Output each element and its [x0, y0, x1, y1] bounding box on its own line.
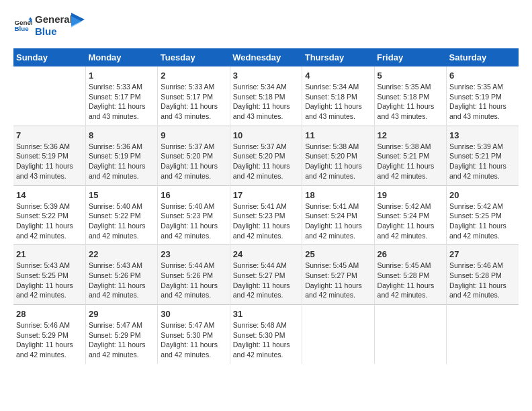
day-info: Sunrise: 5:42 AMSunset: 5:25 PMDaylight:…	[449, 201, 516, 241]
page-header: General Blue General Blue	[13, 13, 519, 38]
header-sunday: Sunday	[13, 48, 85, 66]
header-saturday: Saturday	[447, 48, 519, 66]
day-number: 6	[449, 71, 516, 81]
calendar-cell: 19Sunrise: 5:42 AMSunset: 5:24 PMDayligh…	[374, 185, 446, 245]
day-info: Sunrise: 5:43 AMSunset: 5:26 PMDaylight:…	[89, 261, 154, 300]
day-info: Sunrise: 5:42 AMSunset: 5:24 PMDaylight:…	[378, 201, 443, 241]
calendar-cell: 17Sunrise: 5:41 AMSunset: 5:23 PMDayligh…	[230, 185, 302, 245]
calendar-cell	[447, 305, 519, 364]
day-info: Sunrise: 5:37 AMSunset: 5:20 PMDaylight:…	[233, 142, 299, 181]
day-info: Sunrise: 5:35 AMSunset: 5:18 PMDaylight:…	[378, 82, 443, 122]
logo-general: General	[35, 13, 73, 26]
svg-text:Blue: Blue	[14, 25, 29, 32]
calendar-header-row: SundayMondayTuesdayWednesdayThursdayFrid…	[13, 48, 519, 66]
day-number: 19	[378, 190, 443, 200]
day-info: Sunrise: 5:38 AMSunset: 5:20 PMDaylight:…	[305, 142, 371, 181]
calendar-cell: 15Sunrise: 5:40 AMSunset: 5:22 PMDayligh…	[85, 185, 157, 245]
day-info: Sunrise: 5:45 AMSunset: 5:27 PMDaylight:…	[305, 261, 371, 300]
calendar-cell: 11Sunrise: 5:38 AMSunset: 5:20 PMDayligh…	[302, 126, 374, 185]
day-number: 12	[378, 130, 443, 140]
calendar-cell	[302, 305, 374, 364]
day-info: Sunrise: 5:41 AMSunset: 5:24 PMDaylight:…	[305, 201, 371, 241]
calendar-cell: 5Sunrise: 5:35 AMSunset: 5:18 PMDaylight…	[374, 66, 446, 126]
day-info: Sunrise: 5:37 AMSunset: 5:20 PMDaylight:…	[161, 142, 226, 181]
calendar-cell: 2Sunrise: 5:33 AMSunset: 5:17 PMDaylight…	[158, 66, 230, 126]
day-number: 22	[89, 249, 154, 259]
logo: General Blue General Blue	[13, 13, 85, 38]
calendar-cell: 26Sunrise: 5:45 AMSunset: 5:28 PMDayligh…	[374, 245, 446, 305]
day-info: Sunrise: 5:33 AMSunset: 5:17 PMDaylight:…	[161, 82, 226, 122]
day-number: 4	[305, 71, 371, 81]
calendar-week-row: 21Sunrise: 5:43 AMSunset: 5:25 PMDayligh…	[13, 245, 519, 305]
calendar-cell: 25Sunrise: 5:45 AMSunset: 5:27 PMDayligh…	[302, 245, 374, 305]
calendar-week-row: 28Sunrise: 5:46 AMSunset: 5:29 PMDayligh…	[13, 305, 519, 364]
day-number: 23	[161, 249, 226, 259]
header-monday: Monday	[85, 48, 157, 66]
day-info: Sunrise: 5:48 AMSunset: 5:30 PMDaylight:…	[233, 320, 299, 360]
calendar-cell	[374, 305, 446, 364]
day-info: Sunrise: 5:40 AMSunset: 5:23 PMDaylight:…	[161, 201, 226, 241]
day-number: 13	[449, 130, 516, 140]
day-number: 25	[305, 249, 371, 259]
day-info: Sunrise: 5:38 AMSunset: 5:21 PMDaylight:…	[378, 142, 443, 181]
day-number: 28	[16, 309, 83, 319]
day-info: Sunrise: 5:36 AMSunset: 5:19 PMDaylight:…	[89, 142, 154, 181]
header-friday: Friday	[374, 48, 446, 66]
day-number: 29	[89, 309, 154, 319]
logo-icon: General Blue	[13, 16, 32, 35]
day-number: 16	[161, 190, 226, 200]
day-info: Sunrise: 5:40 AMSunset: 5:22 PMDaylight:…	[89, 201, 154, 241]
calendar-cell: 10Sunrise: 5:37 AMSunset: 5:20 PMDayligh…	[230, 126, 302, 185]
day-info: Sunrise: 5:47 AMSunset: 5:30 PMDaylight:…	[161, 320, 226, 360]
day-number: 26	[378, 249, 443, 259]
day-number: 3	[233, 71, 299, 81]
day-number: 5	[378, 71, 443, 81]
day-number: 10	[233, 130, 299, 140]
calendar-cell: 21Sunrise: 5:43 AMSunset: 5:25 PMDayligh…	[13, 245, 85, 305]
calendar-cell: 14Sunrise: 5:39 AMSunset: 5:22 PMDayligh…	[13, 185, 85, 245]
calendar-cell: 29Sunrise: 5:47 AMSunset: 5:29 PMDayligh…	[85, 305, 157, 364]
day-info: Sunrise: 5:35 AMSunset: 5:19 PMDaylight:…	[449, 82, 516, 122]
calendar-cell: 28Sunrise: 5:46 AMSunset: 5:29 PMDayligh…	[13, 305, 85, 364]
day-info: Sunrise: 5:47 AMSunset: 5:29 PMDaylight:…	[89, 320, 154, 360]
day-number: 27	[449, 249, 516, 259]
day-number: 1	[89, 71, 154, 81]
calendar-cell: 8Sunrise: 5:36 AMSunset: 5:19 PMDaylight…	[85, 126, 157, 185]
day-info: Sunrise: 5:46 AMSunset: 5:28 PMDaylight:…	[449, 261, 516, 300]
calendar-week-row: 14Sunrise: 5:39 AMSunset: 5:22 PMDayligh…	[13, 185, 519, 245]
day-number: 15	[89, 190, 154, 200]
calendar-cell: 31Sunrise: 5:48 AMSunset: 5:30 PMDayligh…	[230, 305, 302, 364]
calendar-cell: 6Sunrise: 5:35 AMSunset: 5:19 PMDaylight…	[447, 66, 519, 126]
day-info: Sunrise: 5:46 AMSunset: 5:29 PMDaylight:…	[16, 320, 83, 360]
day-number: 18	[305, 190, 371, 200]
calendar-cell: 18Sunrise: 5:41 AMSunset: 5:24 PMDayligh…	[302, 185, 374, 245]
day-number: 31	[233, 309, 299, 319]
day-number: 24	[233, 249, 299, 259]
calendar-cell: 4Sunrise: 5:34 AMSunset: 5:18 PMDaylight…	[302, 66, 374, 126]
day-number: 11	[305, 130, 371, 140]
calendar-table: SundayMondayTuesdayWednesdayThursdayFrid…	[13, 48, 519, 364]
header-wednesday: Wednesday	[230, 48, 302, 66]
day-info: Sunrise: 5:34 AMSunset: 5:18 PMDaylight:…	[233, 82, 299, 122]
day-info: Sunrise: 5:45 AMSunset: 5:28 PMDaylight:…	[378, 261, 443, 300]
calendar-cell	[13, 66, 85, 126]
calendar-cell: 23Sunrise: 5:44 AMSunset: 5:26 PMDayligh…	[158, 245, 230, 305]
day-info: Sunrise: 5:36 AMSunset: 5:19 PMDaylight:…	[16, 142, 83, 181]
day-info: Sunrise: 5:44 AMSunset: 5:26 PMDaylight:…	[161, 261, 226, 300]
day-number: 17	[233, 190, 299, 200]
logo-arrow-icon	[71, 13, 85, 33]
logo-blue: Blue	[35, 26, 73, 38]
calendar-cell: 16Sunrise: 5:40 AMSunset: 5:23 PMDayligh…	[158, 185, 230, 245]
day-info: Sunrise: 5:39 AMSunset: 5:22 PMDaylight:…	[16, 201, 83, 241]
calendar-cell: 24Sunrise: 5:44 AMSunset: 5:27 PMDayligh…	[230, 245, 302, 305]
day-number: 7	[16, 130, 83, 140]
day-number: 2	[161, 71, 226, 81]
day-number: 21	[16, 249, 83, 259]
day-number: 9	[161, 130, 226, 140]
day-info: Sunrise: 5:43 AMSunset: 5:25 PMDaylight:…	[16, 261, 83, 300]
day-info: Sunrise: 5:41 AMSunset: 5:23 PMDaylight:…	[233, 201, 299, 241]
day-info: Sunrise: 5:34 AMSunset: 5:18 PMDaylight:…	[305, 82, 371, 122]
day-number: 8	[89, 130, 154, 140]
calendar-cell: 22Sunrise: 5:43 AMSunset: 5:26 PMDayligh…	[85, 245, 157, 305]
calendar-week-row: 1Sunrise: 5:33 AMSunset: 5:17 PMDaylight…	[13, 66, 519, 126]
